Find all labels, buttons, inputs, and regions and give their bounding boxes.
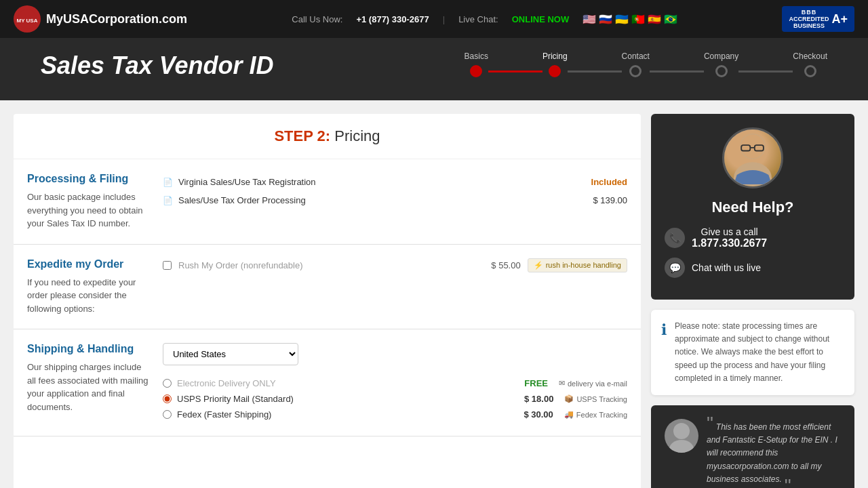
expedite-checkbox[interactable]	[163, 261, 172, 270]
sidebar-help: Need Help? 📞 Give us a call 1.877.330.26…	[651, 114, 854, 300]
country-dropdown-wrapper: United States	[163, 343, 627, 365]
shipping-price-usps: $ 18.00	[519, 394, 553, 404]
rush-icon: ⚡	[534, 261, 543, 270]
processing-item-2: 📄 Sales/Use Tax Order Processing $ 139.0…	[163, 191, 627, 209]
processing-item-2-price: $ 139.00	[593, 195, 627, 205]
testimonial-text: This has been the most efficient and Fan…	[707, 422, 837, 484]
shipping-badge-usps: 📦 USPS Tracking	[564, 394, 627, 403]
expedite-section: Expedite my Order If you need to expedit…	[14, 245, 641, 330]
sidebar: Need Help? 📞 Give us a call 1.877.330.26…	[651, 114, 854, 488]
shipping-radio-fedex[interactable]	[163, 410, 172, 419]
phone-number[interactable]: +1 (877) 330-2677	[356, 14, 429, 24]
processing-item-1: 📄 Virginia Sales/Use Tax Registration In…	[163, 173, 627, 191]
step-checkout[interactable]: Checkout	[793, 52, 827, 77]
bbb-badge: BBB ACCREDITED BUSINESS A+	[782, 6, 854, 32]
shipping-badge-electronic: ✉ delivery via e-mail	[559, 379, 627, 388]
rush-badge-text: rush in-house handling	[546, 261, 621, 269]
badge-text-electronic: delivery via e-mail	[568, 380, 627, 388]
shipping-label-fedex: Fedex (Faster Shipping)	[177, 409, 514, 420]
step-basics-dot	[470, 65, 482, 77]
main-layout: STEP 2: Pricing Processing & Filing Our …	[0, 100, 868, 488]
doc-icon-1: 📄	[163, 178, 173, 187]
chat-label: Chat with us live	[692, 262, 761, 273]
country-select[interactable]: United States	[163, 343, 298, 365]
step-contact-label: Contact	[622, 52, 650, 61]
processing-item-1-text: Virginia Sales/Use Tax Registration	[178, 177, 316, 187]
shipping-radio-usps[interactable]	[163, 394, 172, 403]
note-text: Please note: state processing times are …	[675, 320, 844, 385]
rush-badge: ⚡ rush in-house handling	[528, 258, 627, 272]
svg-point-8	[673, 423, 690, 439]
step-checkout-dot	[804, 65, 816, 77]
expedite-items: Rush My Order (nonrefundable) $ 55.00 ⚡ …	[163, 258, 627, 316]
shipping-price-fedex: $ 30.00	[519, 409, 553, 420]
testimonial-avatar	[665, 419, 698, 453]
processing-item-1-price: Included	[591, 177, 627, 187]
email-icon: ✉	[559, 379, 565, 388]
step-contact-dot	[629, 65, 642, 77]
logo-icon: MY USA	[14, 5, 41, 33]
shipping-badge-fedex: 🚚 Fedex Tracking	[564, 410, 627, 419]
svg-point-9	[669, 440, 694, 453]
step-pricing[interactable]: Pricing	[542, 52, 568, 77]
expedite-item-1: Rush My Order (nonrefundable) $ 55.00 ⚡ …	[163, 258, 627, 272]
step-pricing-label: Pricing	[542, 52, 568, 61]
call-option[interactable]: 📞 Give us a call 1.877.330.2677	[665, 226, 841, 249]
shipping-radio-electronic[interactable]	[163, 379, 172, 388]
quote-open: "	[707, 413, 713, 434]
expedite-title: Expedite my Order	[27, 258, 149, 270]
step-company-label: Company	[704, 52, 738, 61]
top-header: MY USA MyUSACorporation.com Call Us Now:…	[0, 0, 868, 38]
connector-3	[650, 70, 704, 73]
shipping-option-usps: USPS Priority Mail (Standard) $ 18.00 📦 …	[163, 391, 627, 407]
shipping-section: Shipping & Handling Our shipping charges…	[14, 329, 641, 436]
processing-desc: Our basic package includes everything yo…	[27, 190, 149, 230]
logo-text: MyUSACorporation.com	[46, 12, 187, 26]
step-contact[interactable]: Contact	[622, 52, 650, 77]
processing-title: Processing & Filing	[27, 173, 149, 185]
step-basics[interactable]: Basics	[465, 52, 488, 77]
sidebar-testimonial: " This has been the most efficient and F…	[651, 405, 854, 488]
page-title: Sales Tax Vendor ID	[41, 45, 465, 80]
shipping-label-usps: USPS Priority Mail (Standard)	[177, 394, 514, 404]
processing-section: Processing & Filing Our basic package in…	[14, 159, 641, 245]
step-basics-label: Basics	[465, 52, 488, 61]
bbb-label: BBB	[802, 9, 817, 16]
expedite-item-label: Rush My Order (nonrefundable)	[178, 260, 484, 270]
chat-option[interactable]: 💬 Chat with us live	[665, 258, 841, 278]
shipping-right: United States Electronic Delivery ONLY F…	[163, 343, 627, 422]
live-chat-label: Live Chat:	[458, 14, 498, 24]
badge-text-usps: USPS Tracking	[576, 395, 627, 403]
step-checkout-label: Checkout	[793, 52, 827, 61]
online-status: ONLINE NOW	[512, 14, 570, 24]
content-area: STEP 2: Pricing Processing & Filing Our …	[14, 114, 641, 488]
processing-item-2-label: 📄 Sales/Use Tax Order Processing	[163, 195, 306, 205]
logo-area: MY USA MyUSACorporation.com	[14, 5, 187, 33]
phone-number-sidebar: 1.877.330.2677	[692, 237, 767, 249]
header-center: Call Us Now: +1 (877) 330-2677 | Live Ch…	[292, 13, 677, 26]
shipping-label-electronic: Electronic Delivery ONLY	[177, 378, 509, 388]
divider: |	[443, 14, 445, 24]
step-pricing-dot	[549, 65, 561, 77]
shipping-desc: Our shipping charges include all fees as…	[27, 361, 149, 413]
fedex-icon: 🚚	[564, 410, 574, 419]
step-number: STEP 2:	[274, 127, 330, 144]
shipping-title: Shipping & Handling	[27, 343, 149, 355]
avatar-image	[724, 129, 781, 186]
expedite-item-price: $ 55.00	[491, 260, 520, 270]
language-flags: 🇺🇸 🇷🇺 🇺🇦 🇵🇹 🇪🇸 🇧🇷	[583, 13, 677, 26]
badge-text-fedex: Fedex Tracking	[576, 411, 627, 419]
help-title: Need Help?	[665, 199, 841, 216]
processing-item-2-text: Sales/Use Tax Order Processing	[178, 195, 306, 205]
step-title-name: Pricing	[334, 127, 380, 144]
call-info: Give us a call 1.877.330.2677	[692, 226, 767, 249]
phone-label: Call Us Now:	[292, 14, 342, 24]
step-company[interactable]: Company	[704, 52, 738, 77]
bbb-rating: A+	[831, 12, 848, 26]
avatar	[722, 127, 783, 188]
shipping-price-electronic: FREE	[514, 378, 548, 388]
shipping-option-electronic: Electronic Delivery ONLY FREE ✉ delivery…	[163, 375, 627, 391]
step-header: STEP 2: Pricing	[14, 114, 641, 159]
shipping-left: Shipping & Handling Our shipping charges…	[27, 343, 149, 422]
step-company-dot	[715, 65, 728, 77]
